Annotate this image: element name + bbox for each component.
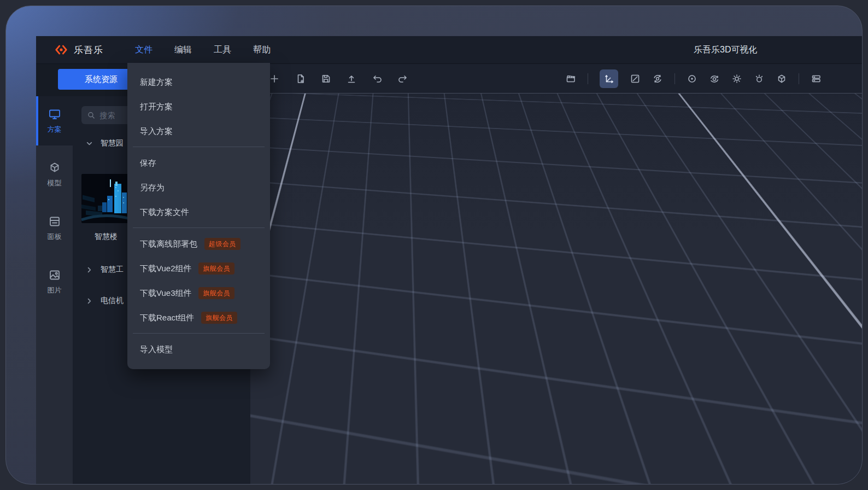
main-menu: 文件 编辑 工具 帮助 — [135, 44, 271, 56]
save-icon[interactable] — [320, 73, 331, 84]
viewport-3d[interactable] — [250, 64, 862, 484]
toolbar-divider — [588, 73, 588, 84]
polyhedron-icon[interactable] — [776, 73, 787, 84]
focus-target-icon[interactable] — [687, 73, 697, 84]
menu-item-label: 下载Vue3组件 — [140, 281, 191, 305]
orbit-camera-icon[interactable] — [709, 73, 720, 84]
tab-plan[interactable]: 方案 — [36, 96, 73, 145]
sun-light-icon[interactable] — [731, 73, 742, 84]
menu-item-label: 下载Vue2组件 — [140, 256, 191, 281]
tree-label: 电信机 — [101, 296, 124, 306]
brand-name: 乐吾乐 — [74, 44, 103, 56]
panels-icon[interactable] — [811, 73, 822, 84]
redo-icon[interactable] — [397, 73, 408, 84]
menu-item-open-plan[interactable]: 打开方案 — [127, 94, 270, 119]
menu-item-new-plan[interactable]: 新建方案 — [127, 69, 270, 94]
menu-file[interactable]: 文件 — [135, 44, 153, 56]
chevron-down-icon — [86, 140, 93, 147]
monitor-icon — [48, 108, 61, 121]
membership-badge: 旗舰会员 — [198, 262, 234, 275]
menu-item-label: 导入模型 — [140, 337, 173, 361]
point-light-icon[interactable] — [754, 73, 765, 84]
menu-item-label: 导入方案 — [140, 119, 173, 143]
pen-square-icon[interactable] — [630, 73, 641, 84]
menu-item-save-as[interactable]: 另存为 — [127, 175, 270, 200]
app-logo[interactable]: 乐吾乐 — [54, 43, 103, 57]
menu-divider — [133, 333, 265, 334]
app-window: 乐吾乐 文件 编辑 工具 帮助 乐吾乐3D可视化 系统资源 — [36, 36, 862, 484]
menu-item-label: 新建方案 — [140, 69, 173, 94]
thumbnail-label[interactable]: 智慧楼 — [81, 232, 131, 242]
menubar: 乐吾乐 文件 编辑 工具 帮助 乐吾乐3D可视化 — [36, 36, 862, 64]
chevron-right-icon — [86, 266, 93, 273]
clapperboard-icon[interactable] — [565, 73, 576, 84]
tab-label: 图片 — [48, 285, 62, 295]
active-tab-indicator — [36, 96, 38, 145]
membership-badge: 旗舰会员 — [201, 312, 237, 324]
scene-thumbnail[interactable] — [81, 174, 131, 223]
sidebar-tabstrip: 方案 模型 面板 图片 — [36, 96, 73, 484]
tree-label: 智慧工 — [101, 265, 124, 275]
menu-item-import-model[interactable]: 导入模型 — [127, 337, 270, 361]
menu-item-label: 另存为 — [140, 175, 165, 200]
orbit-icon[interactable] — [652, 73, 663, 84]
grid-perspective — [250, 77, 862, 484]
file-menu-dropdown: 新建方案 打开方案 导入方案 保存 另存为 下载方案文件 下载离线部署包 超级会… — [127, 63, 270, 369]
new-file-icon[interactable] — [295, 73, 306, 84]
menu-divider — [133, 228, 265, 228]
menu-edit[interactable]: 编辑 — [174, 44, 192, 56]
menu-item-download-vue2[interactable]: 下载Vue2组件 旗舰会员 — [127, 256, 270, 281]
tab-images[interactable]: 图片 — [36, 257, 73, 306]
toolbar-left-group — [269, 64, 408, 94]
toolbar-divider — [799, 73, 799, 84]
menu-divider — [133, 147, 265, 147]
upload-icon[interactable] — [346, 73, 357, 84]
city-thumbnail-art — [81, 174, 131, 223]
tab-label: 模型 — [48, 178, 62, 188]
cube-icon — [48, 161, 61, 174]
menu-tools[interactable]: 工具 — [214, 44, 231, 56]
menu-item-label: 下载方案文件 — [140, 200, 189, 224]
menu-item-label: 打开方案 — [140, 94, 173, 119]
menu-item-import-plan[interactable]: 导入方案 — [127, 119, 270, 143]
backdrop-card: 乐吾乐 文件 编辑 工具 帮助 乐吾乐3D可视化 系统资源 — [5, 5, 863, 485]
menu-item-label: 下载React组件 — [140, 305, 194, 330]
membership-badge: 超级会员 — [204, 238, 241, 250]
menu-item-label: 下载离线部署包 — [140, 231, 197, 256]
tree-label: 智慧园 — [101, 138, 124, 148]
tab-label: 方案 — [48, 125, 62, 135]
menu-item-label: 保存 — [140, 150, 156, 175]
plus-icon[interactable] — [269, 73, 280, 84]
menu-item-save[interactable]: 保存 — [127, 150, 270, 175]
chevron-right-icon — [86, 298, 93, 305]
window-title: 乐吾乐3D可视化 — [694, 44, 757, 56]
tab-label: 面板 — [48, 232, 62, 242]
search-icon — [87, 110, 95, 120]
axes-icon[interactable] — [600, 69, 618, 88]
tab-model[interactable]: 模型 — [36, 150, 73, 199]
brand-logo-icon — [54, 43, 68, 57]
menu-item-download-react[interactable]: 下载React组件 旗舰会员 — [127, 305, 270, 330]
tab-panel[interactable]: 面板 — [36, 203, 73, 253]
menu-item-download-plan-file[interactable]: 下载方案文件 — [127, 200, 270, 224]
membership-badge: 旗舰会员 — [198, 287, 234, 299]
image-icon — [48, 269, 61, 282]
toolbar-divider — [675, 73, 675, 84]
menu-help[interactable]: 帮助 — [253, 44, 271, 56]
panel-icon — [48, 215, 61, 228]
toolbar-right-group — [565, 64, 822, 94]
menu-item-download-offline-package[interactable]: 下载离线部署包 超级会员 — [127, 231, 270, 256]
menu-item-download-vue3[interactable]: 下载Vue3组件 旗舰会员 — [127, 281, 270, 305]
undo-icon[interactable] — [372, 73, 383, 84]
